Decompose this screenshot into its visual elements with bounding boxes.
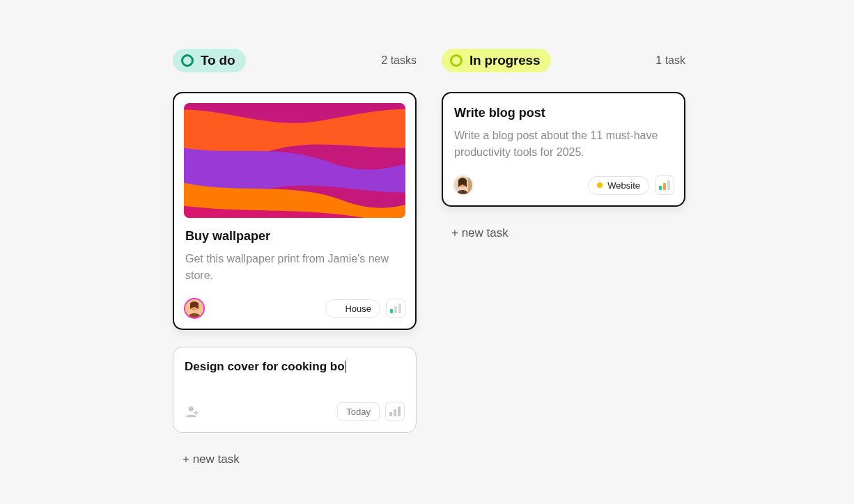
assignee-avatar[interactable] (184, 298, 205, 319)
status-ring-icon (450, 54, 463, 67)
column-task-count: 1 task (655, 54, 685, 67)
due-date-chip[interactable]: Today (337, 402, 380, 421)
kanban-board: To do 2 tasks Buy wallpaper Get this wal… (173, 49, 854, 469)
card-footer: Website (453, 175, 674, 196)
card-title-input[interactable]: Design cover for cooking bo (185, 360, 405, 374)
column-in-progress: In progress 1 task Write blog post Write… (442, 49, 685, 469)
task-card-editing[interactable]: Design cover for cooking bo Today (173, 347, 417, 433)
column-header: To do 2 tasks (173, 49, 417, 72)
svg-rect-5 (194, 412, 199, 414)
tag-dot-icon (597, 182, 603, 188)
tag-label: Website (607, 180, 640, 191)
card-chips: Today (337, 402, 405, 421)
card-footer: Today (185, 402, 405, 421)
column-task-count: 2 tasks (381, 54, 417, 67)
card-chips: Website (588, 175, 674, 195)
status-ring-icon (181, 54, 194, 67)
priority-icon[interactable] (655, 175, 674, 195)
task-card-blog[interactable]: Write blog post Write a blog post about … (442, 92, 685, 207)
task-card-wallpaper[interactable]: Buy wallpaper Get this wallpaper print f… (173, 92, 417, 330)
project-tag[interactable]: House (325, 299, 380, 318)
card-chips: House (325, 299, 405, 318)
column-todo: To do 2 tasks Buy wallpaper Get this wal… (173, 49, 417, 469)
assignee-placeholder-icon[interactable] (185, 404, 200, 419)
add-task-button[interactable]: + new task (173, 450, 417, 469)
tag-label: House (345, 304, 371, 314)
svg-rect-7 (468, 176, 472, 194)
column-title: To do (201, 53, 235, 68)
column-header: In progress 1 task (442, 49, 685, 72)
assignee-avatar[interactable] (453, 175, 474, 196)
priority-icon[interactable] (386, 299, 405, 318)
column-title: In progress (469, 53, 540, 68)
column-status-pill[interactable]: To do (173, 49, 246, 72)
card-description: Get this wallpaper print from Jamie's ne… (185, 251, 404, 284)
card-title: Write blog post (454, 106, 673, 120)
add-task-button[interactable]: + new task (442, 223, 685, 243)
text-cursor-icon (346, 361, 346, 373)
project-tag[interactable]: Website (588, 176, 649, 195)
card-description: Write a blog post about the 11 must-have… (454, 127, 673, 161)
card-footer: House (184, 298, 405, 319)
column-status-pill[interactable]: In progress (442, 49, 551, 72)
priority-icon[interactable] (385, 402, 405, 421)
svg-point-3 (189, 407, 194, 411)
card-cover-image (184, 103, 405, 218)
card-title: Buy wallpaper (185, 229, 404, 244)
tag-dot-icon (334, 306, 340, 311)
